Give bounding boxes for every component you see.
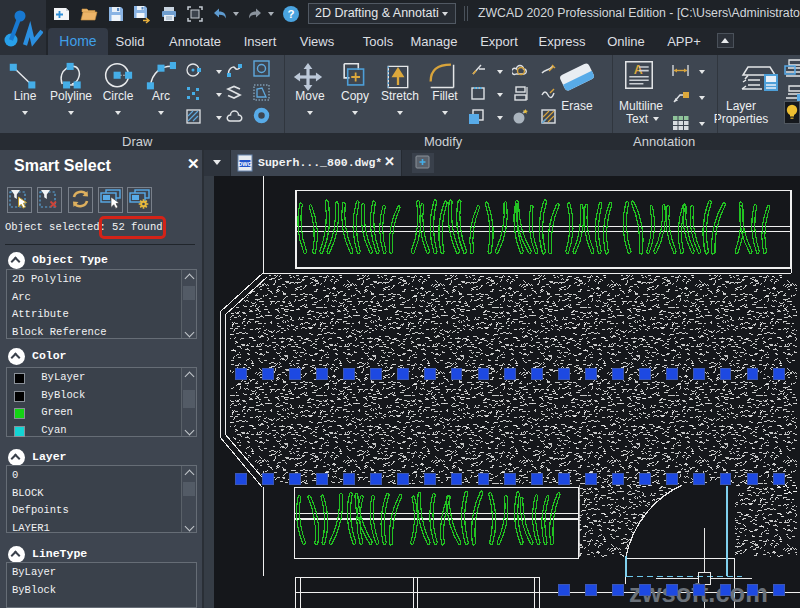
svg-text:?: ? <box>287 8 294 20</box>
svg-text:DWG: DWG <box>238 161 251 167</box>
